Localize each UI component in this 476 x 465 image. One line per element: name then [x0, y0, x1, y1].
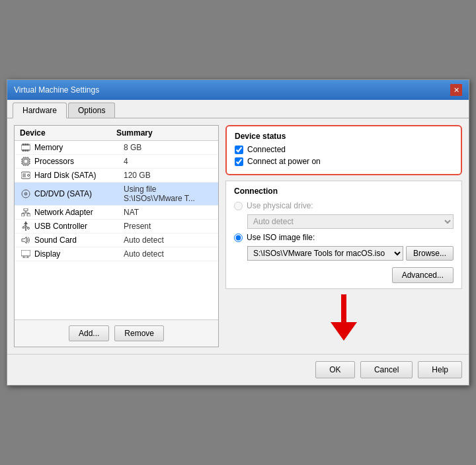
- svg-rect-32: [21, 214, 24, 216]
- device-row-harddisk[interactable]: Hard Disk (SATA) 120 GB: [15, 169, 218, 183]
- memory-icon: [20, 143, 32, 152]
- tab-options[interactable]: Options: [68, 103, 115, 118]
- display-summary: Auto detect: [124, 249, 213, 259]
- power-on-checkbox[interactable]: [235, 157, 243, 166]
- main-content: Device Summary Memory 8 GB Processors 4: [7, 118, 469, 354]
- tabs-bar: Hardware Options: [7, 100, 469, 118]
- power-on-label: Connect at power on: [247, 157, 321, 166]
- connected-checkbox[interactable]: [235, 146, 243, 154]
- harddisk-summary: 120 GB: [124, 171, 213, 180]
- iso-file-radio[interactable]: [234, 233, 243, 242]
- device-row-memory[interactable]: Memory 8 GB: [15, 141, 218, 155]
- svg-marker-39: [24, 222, 28, 224]
- svg-rect-6: [24, 149, 26, 151]
- svg-rect-33: [27, 214, 30, 216]
- device-row-cddvd[interactable]: CD/DVD (SATA) Using file S:\ISOs\VMware …: [15, 183, 218, 206]
- svg-point-24: [28, 175, 30, 177]
- svg-rect-42: [22, 227, 24, 228]
- auto-detect-row: Auto detect: [247, 214, 454, 229]
- advanced-row: Advanced...: [234, 267, 454, 283]
- network-icon: [20, 208, 32, 217]
- physical-drive-radio[interactable]: [234, 202, 243, 210]
- cancel-button[interactable]: Cancel: [360, 361, 413, 378]
- connected-label: Connected: [247, 145, 286, 154]
- svg-rect-3: [26, 144, 28, 146]
- svg-marker-45: [22, 237, 26, 243]
- harddisk-name: Hard Disk (SATA): [34, 171, 124, 180]
- cddvd-name: CD/DVD (SATA): [34, 189, 124, 198]
- processors-summary: 4: [124, 157, 213, 166]
- svg-rect-46: [21, 250, 30, 256]
- auto-detect-select[interactable]: Auto detect: [247, 214, 454, 229]
- memory-name: Memory: [34, 143, 124, 152]
- iso-file-label: Use ISO image file:: [247, 233, 315, 242]
- down-arrow: [327, 294, 360, 341]
- svg-rect-31: [24, 208, 28, 211]
- virtual-machine-settings-window: Virtual Machine Settings ✕ Hardware Opti…: [7, 79, 469, 386]
- ok-button[interactable]: OK: [315, 361, 355, 378]
- device-list-header: Device Summary: [15, 126, 218, 141]
- display-icon: [20, 249, 32, 259]
- iso-file-row: Use ISO image file:: [234, 233, 454, 242]
- processors-icon: [20, 157, 32, 166]
- title-bar: Virtual Machine Settings ✕: [7, 80, 469, 100]
- browse-button[interactable]: Browse...: [406, 246, 454, 261]
- header-summary: Summary: [116, 128, 213, 138]
- physical-drive-label: Use physical drive:: [247, 201, 313, 210]
- device-row-usb[interactable]: USB Controller Present: [15, 220, 218, 233]
- advanced-button[interactable]: Advanced...: [392, 267, 454, 283]
- svg-point-30: [25, 193, 26, 194]
- svg-rect-4: [28, 144, 29, 146]
- cddvd-icon: [20, 189, 32, 198]
- device-list-panel: Device Summary Memory 8 GB Processors 4: [14, 125, 219, 347]
- iso-path-row: S:\ISOs\VMware Tools for macOS.iso Brows…: [247, 246, 454, 261]
- physical-drive-row: Use physical drive:: [234, 201, 454, 210]
- remove-button[interactable]: Remove: [114, 325, 164, 341]
- device-row-display[interactable]: Display Auto detect: [15, 247, 218, 261]
- left-panel-buttons: Add... Remove: [15, 319, 218, 347]
- usb-name: USB Controller: [34, 222, 124, 231]
- help-button[interactable]: Help: [418, 361, 462, 378]
- bottom-bar: OK Cancel Help: [7, 354, 469, 385]
- usb-icon: [20, 222, 32, 231]
- tab-hardware[interactable]: Hardware: [13, 103, 67, 118]
- svg-rect-0: [21, 145, 30, 150]
- connected-row: Connected: [235, 145, 453, 154]
- svg-rect-7: [26, 149, 28, 151]
- soundcard-summary: Auto detect: [124, 235, 213, 245]
- processors-name: Processors: [34, 157, 124, 166]
- close-button[interactable]: ✕: [450, 84, 462, 96]
- harddisk-icon: [20, 171, 32, 180]
- device-row-soundcard[interactable]: Sound Card Auto detect: [15, 233, 218, 247]
- device-row-network[interactable]: Network Adapter NAT: [15, 206, 218, 220]
- svg-rect-2: [24, 144, 26, 146]
- usb-summary: Present: [124, 222, 213, 231]
- iso-path-select[interactable]: S:\ISOs\VMware Tools for macOS.iso: [247, 246, 403, 261]
- soundcard-icon: [20, 235, 32, 245]
- network-name: Network Adapter: [34, 208, 124, 217]
- svg-rect-1: [22, 144, 24, 146]
- svg-rect-8: [28, 149, 29, 151]
- power-on-row: Connect at power on: [235, 157, 453, 166]
- svg-marker-51: [331, 322, 357, 341]
- device-list: Memory 8 GB Processors 4 Hard Disk (SATA…: [15, 141, 218, 319]
- connection-title: Connection: [234, 187, 454, 196]
- network-summary: NAT: [124, 208, 213, 217]
- svg-rect-10: [24, 159, 28, 163]
- device-status-title: Device status: [235, 132, 453, 141]
- svg-rect-5: [22, 149, 24, 151]
- add-button[interactable]: Add...: [69, 325, 109, 341]
- display-name: Display: [34, 249, 124, 259]
- device-status-box: Device status Connected Connect at power…: [225, 125, 462, 175]
- svg-point-43: [28, 228, 30, 230]
- memory-summary: 8 GB: [124, 143, 213, 152]
- window-title: Virtual Machine Settings: [14, 85, 99, 95]
- soundcard-name: Sound Card: [34, 235, 124, 245]
- right-panel: Device status Connected Connect at power…: [225, 125, 462, 347]
- connection-box: Connection Use physical drive: Auto dete…: [225, 181, 462, 289]
- header-device: Device: [20, 128, 116, 138]
- device-row-processors[interactable]: Processors 4: [15, 155, 218, 169]
- cddvd-summary: Using file S:\ISOs\VMware T...: [124, 185, 213, 203]
